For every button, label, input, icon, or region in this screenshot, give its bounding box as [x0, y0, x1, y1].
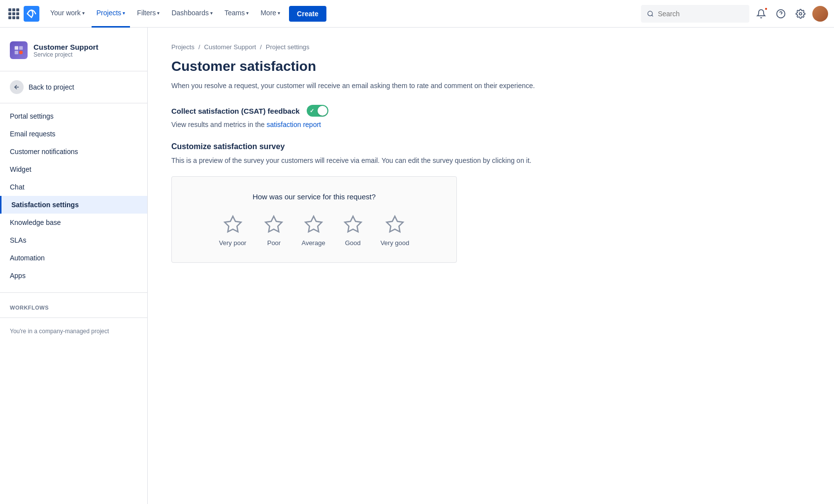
notifications-button[interactable]: [753, 6, 769, 22]
gear-icon: [796, 9, 805, 19]
notification-badge: [764, 7, 768, 11]
survey-preview: How was our service for this request? Ve…: [171, 176, 457, 263]
star-icon-5: [385, 215, 405, 234]
svg-rect-5: [19, 46, 23, 50]
star-label-1: Very poor: [219, 239, 247, 247]
svg-point-3: [800, 12, 802, 15]
sidebar-section-workflows: Workflows: [0, 297, 147, 314]
sidebar-footer-note: You're in a company-managed project: [0, 322, 147, 341]
back-to-project-button[interactable]: Back to project: [0, 75, 147, 99]
survey-question[interactable]: How was our service for this request?: [195, 192, 433, 201]
user-avatar[interactable]: [812, 6, 828, 22]
toggle-knob: [318, 106, 327, 116]
nav-teams[interactable]: Teams ▾: [220, 0, 254, 28]
help-button[interactable]: [773, 6, 789, 22]
breadcrumb-current: Project settings: [266, 43, 310, 51]
page-description: When you resolve a request, your custome…: [171, 80, 810, 91]
star-label-5: Very good: [381, 239, 410, 247]
sidebar-item-knowledge-base[interactable]: Knowledge base: [0, 214, 147, 231]
star-average[interactable]: Average: [301, 215, 325, 247]
main-content: Projects / Customer Support / Project se…: [148, 28, 834, 504]
star-label-2: Poor: [267, 239, 281, 247]
search-box[interactable]: [641, 5, 749, 23]
star-good[interactable]: Good: [343, 215, 363, 247]
star-label-4: Good: [345, 239, 361, 247]
nav-filters[interactable]: Filters ▾: [132, 0, 164, 28]
breadcrumb: Projects / Customer Support / Project se…: [171, 43, 810, 51]
sidebar-project-header: Customer Support Service project: [0, 35, 147, 67]
chevron-down-icon: ▾: [123, 10, 125, 16]
sidebar-item-chat[interactable]: Chat: [0, 178, 147, 196]
star-icon-2: [264, 215, 284, 234]
svg-rect-6: [15, 51, 18, 54]
star-rating-row: Very poor Poor Average: [195, 215, 433, 247]
arrow-left-icon: [13, 84, 20, 91]
sidebar-item-satisfaction-settings[interactable]: Satisfaction settings: [0, 196, 147, 214]
svg-marker-10: [305, 216, 321, 232]
create-button[interactable]: Create: [289, 6, 326, 22]
star-icon-1: [223, 215, 243, 234]
project-name: Customer Support: [33, 43, 98, 51]
project-icon: [10, 41, 28, 59]
breadcrumb-projects[interactable]: Projects: [171, 43, 194, 51]
chevron-down-icon: ▾: [278, 10, 280, 16]
star-icon-4: [343, 215, 363, 234]
star-label-3: Average: [301, 239, 325, 247]
csat-toggle[interactable]: ✓: [307, 105, 328, 117]
nav-dashboards[interactable]: Dashboards ▾: [166, 0, 218, 28]
sidebar-item-slas[interactable]: SLAs: [0, 231, 147, 249]
sidebar-item-apps[interactable]: Apps: [0, 267, 147, 284]
nav-projects[interactable]: Projects ▾: [92, 0, 130, 28]
svg-rect-4: [15, 46, 18, 50]
chevron-down-icon: ▾: [246, 10, 249, 16]
sidebar-divider-top: [0, 71, 147, 71]
svg-marker-8: [225, 216, 241, 232]
topnav-right: [641, 5, 828, 23]
star-very-good[interactable]: Very good: [381, 215, 410, 247]
topnav: Your work ▾ Projects ▾ Filters ▾ Dashboa…: [0, 0, 834, 28]
search-input[interactable]: [658, 10, 743, 18]
grid-icon: [8, 8, 19, 19]
svg-point-0: [648, 11, 652, 15]
page-title: Customer satisfaction: [171, 59, 810, 74]
csat-label: Collect satisfaction (CSAT) feedback: [171, 107, 300, 115]
settings-button[interactable]: [793, 6, 808, 22]
sidebar-item-email-requests[interactable]: Email requests: [0, 125, 147, 143]
nav-your-work[interactable]: Your work ▾: [45, 0, 90, 28]
survey-section-title: Customize satisfaction survey: [171, 142, 810, 151]
csat-section: Collect satisfaction (CSAT) feedback ✓ V…: [171, 105, 810, 128]
search-icon: [647, 10, 654, 18]
chevron-down-icon: ▾: [82, 10, 85, 16]
csat-toggle-switch[interactable]: ✓: [307, 105, 328, 117]
sidebar-item-widget[interactable]: Widget: [0, 160, 147, 178]
app-layout: Customer Support Service project Back to…: [0, 28, 834, 504]
project-type: Service project: [33, 51, 98, 58]
sidebar-item-automation[interactable]: Automation: [0, 249, 147, 267]
breadcrumb-customer-support[interactable]: Customer Support: [204, 43, 257, 51]
svg-marker-12: [386, 216, 403, 232]
svg-marker-11: [345, 216, 361, 232]
svg-marker-9: [266, 216, 282, 232]
star-very-poor[interactable]: Very poor: [219, 215, 247, 247]
sidebar-divider-2: [0, 103, 147, 103]
sidebar: Customer Support Service project Back to…: [0, 28, 148, 504]
app-logo[interactable]: [24, 6, 39, 22]
csat-row: Collect satisfaction (CSAT) feedback ✓: [171, 105, 810, 117]
star-poor[interactable]: Poor: [264, 215, 284, 247]
sidebar-divider-4: [0, 317, 147, 318]
satisfaction-report-link[interactable]: satisfaction report: [267, 121, 321, 128]
svg-point-7: [19, 51, 23, 54]
chevron-down-icon: ▾: [210, 10, 213, 16]
grid-menu-button[interactable]: [6, 6, 22, 22]
star-icon-3: [304, 215, 323, 234]
sidebar-item-customer-notifications[interactable]: Customer notifications: [0, 143, 147, 160]
chevron-down-icon: ▾: [157, 10, 160, 16]
nav-more[interactable]: More ▾: [256, 0, 285, 28]
sidebar-divider-3: [0, 292, 147, 293]
report-link-text: View results and metrics in the satisfac…: [171, 121, 810, 128]
survey-section-desc: This is a preview of the survey your cus…: [171, 155, 810, 166]
sidebar-item-portal-settings[interactable]: Portal settings: [0, 107, 147, 125]
help-icon: [776, 9, 786, 19]
survey-section: Customize satisfaction survey This is a …: [171, 142, 810, 262]
